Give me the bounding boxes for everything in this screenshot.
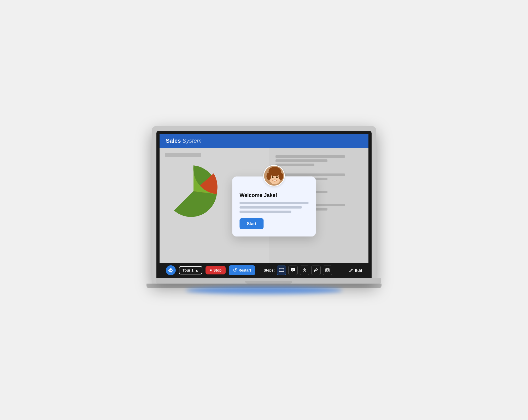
blue-glow xyxy=(186,287,342,294)
edit-button[interactable]: Edit xyxy=(349,268,362,273)
svg-rect-14 xyxy=(170,272,171,273)
svg-rect-27 xyxy=(326,269,328,271)
steps-section: Steps: xyxy=(263,266,332,275)
svg-line-28 xyxy=(351,269,352,270)
step-screen-button[interactable] xyxy=(277,266,286,275)
step-chat-button[interactable] xyxy=(288,266,298,275)
stop-button[interactable]: ■ Stop xyxy=(206,266,226,274)
laptop-hinge xyxy=(245,281,292,284)
svg-rect-20 xyxy=(292,270,294,270)
welcome-modal: Welcome Jake! Start xyxy=(232,177,316,237)
svg-point-6 xyxy=(276,176,278,178)
steps-label: Steps: xyxy=(263,268,275,272)
right-section-1 xyxy=(275,155,362,166)
edit-label: Edit xyxy=(355,268,362,273)
tour-label: Tour 1 xyxy=(183,268,193,272)
svg-rect-21 xyxy=(292,271,293,271)
screen-bezel: Sales System xyxy=(156,131,372,278)
svg-rect-16 xyxy=(279,268,284,272)
restart-button[interactable]: ↺ Restart xyxy=(229,265,255,275)
avatar xyxy=(263,165,285,187)
app-header: Sales System xyxy=(160,134,368,148)
svg-point-11 xyxy=(171,270,172,271)
svg-rect-17 xyxy=(280,272,283,272)
tour-selector[interactable]: Tour 1 ▲ xyxy=(179,266,202,274)
svg-point-3 xyxy=(266,173,271,180)
svg-rect-19 xyxy=(292,269,294,269)
avatar-image xyxy=(264,166,285,187)
restart-arrow-icon: ↺ xyxy=(233,267,237,273)
stop-square-icon: ■ xyxy=(210,268,212,272)
svg-point-10 xyxy=(169,270,171,271)
app-title: Sales System xyxy=(166,137,202,144)
laptop-outer: Sales System xyxy=(152,126,376,284)
svg-rect-12 xyxy=(168,270,169,271)
screen: Sales System xyxy=(160,134,368,278)
svg-point-4 xyxy=(278,173,283,180)
step-overlay-button[interactable] xyxy=(323,266,332,275)
svg-rect-15 xyxy=(171,272,172,273)
svg-point-7 xyxy=(274,179,275,180)
laptop-base xyxy=(156,278,381,284)
start-button[interactable]: Start xyxy=(239,218,263,229)
svg-rect-9 xyxy=(170,268,172,270)
chart-bar xyxy=(165,153,201,157)
modal-title: Welcome Jake! xyxy=(239,192,308,198)
pie-svg xyxy=(165,163,222,220)
svg-rect-13 xyxy=(172,270,173,271)
modal-text-lines xyxy=(239,202,308,213)
chevron-up-icon: ▲ xyxy=(195,268,199,272)
scene: Sales System xyxy=(146,126,382,294)
toolbar: Tour 1 ▲ ■ Stop ↺ Restart xyxy=(160,263,368,278)
step-timer-button[interactable] xyxy=(300,266,309,275)
pie-chart xyxy=(165,163,222,220)
app-body: Welcome Jake! Start xyxy=(160,148,368,263)
step-redirect-button[interactable] xyxy=(311,266,321,275)
svg-point-5 xyxy=(272,176,273,178)
robot-icon xyxy=(166,265,176,275)
